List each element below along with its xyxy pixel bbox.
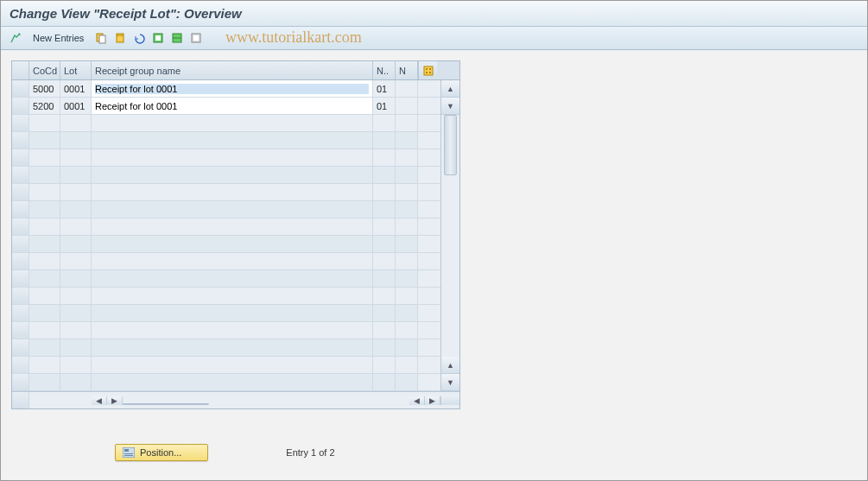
cell-lot[interactable] — [60, 149, 92, 166]
row-selector[interactable] — [12, 305, 29, 321]
row-selector[interactable] — [12, 149, 29, 166]
cell-lot[interactable] — [60, 305, 92, 321]
row-selector[interactable] — [12, 374, 29, 390]
cell-n2[interactable] — [396, 270, 418, 287]
row-selector[interactable] — [12, 288, 29, 304]
row-selector[interactable] — [12, 115, 29, 131]
cell-n2[interactable] — [396, 132, 418, 149]
row-selector[interactable] — [12, 201, 29, 218]
cell-cocd[interactable] — [29, 149, 60, 166]
row-selector[interactable] — [12, 132, 29, 149]
cell-n2[interactable] — [396, 184, 418, 200]
cell-cocd[interactable] — [29, 357, 60, 373]
cell-n1[interactable] — [373, 253, 396, 269]
cell-cocd[interactable] — [29, 236, 60, 252]
cell-n1[interactable] — [373, 270, 396, 287]
cell-n1[interactable] — [373, 149, 396, 166]
cell-cocd[interactable] — [29, 374, 60, 390]
header-n2[interactable]: N — [396, 61, 418, 79]
deselect-all-icon[interactable] — [188, 30, 204, 46]
cell-n2[interactable] — [396, 357, 418, 373]
cell-cocd[interactable] — [29, 218, 60, 235]
cell-cocd[interactable] — [29, 201, 60, 218]
undo-change-icon[interactable] — [131, 30, 147, 46]
cell-n2[interactable] — [396, 98, 418, 114]
select-block-icon[interactable] — [169, 30, 185, 46]
scroll-up-icon-2[interactable]: ▼ — [441, 98, 459, 115]
cell-lot[interactable] — [60, 201, 92, 218]
hscroll-left2-icon[interactable]: ▶ — [107, 396, 123, 405]
header-group-name[interactable]: Receipt group name — [92, 61, 373, 79]
cell-n2[interactable] — [396, 115, 418, 131]
cell-group-name[interactable] — [92, 374, 373, 390]
cell-lot[interactable] — [60, 236, 92, 252]
cell-n2[interactable] — [396, 374, 418, 390]
cell-cocd[interactable] — [29, 184, 60, 200]
group-name-input[interactable] — [95, 84, 369, 94]
cell-group-name[interactable] — [92, 167, 373, 183]
cell-lot[interactable] — [60, 374, 92, 390]
cell-n1[interactable] — [373, 115, 396, 131]
cell-lot[interactable] — [60, 339, 92, 356]
hscroll-right-icon[interactable]: ◀ — [409, 396, 425, 405]
grid-settings-icon[interactable] — [418, 61, 437, 79]
scroll-up-icon[interactable]: ▲ — [441, 80, 459, 98]
cell-group-name[interactable] — [92, 322, 373, 339]
cell-n1[interactable] — [373, 218, 396, 235]
delete-icon[interactable] — [112, 30, 128, 46]
cell-cocd[interactable] — [29, 253, 60, 269]
cell-cocd[interactable] — [29, 115, 60, 131]
hscroll-left-icon[interactable]: ◀ — [92, 396, 107, 405]
cell-lot[interactable] — [60, 115, 92, 131]
hscroll-thumb[interactable] — [123, 403, 209, 405]
vertical-scrollbar[interactable]: ▲ ▼ ▲ ▼ — [440, 80, 459, 391]
cell-group-name[interactable] — [92, 270, 373, 287]
cell-cocd[interactable]: 5200 — [29, 98, 60, 114]
cell-group-name[interactable] — [92, 253, 373, 269]
cell-n2[interactable] — [396, 201, 418, 218]
vscroll-thumb[interactable] — [444, 115, 457, 175]
cell-cocd[interactable]: 5000 — [29, 80, 60, 97]
cell-lot[interactable] — [60, 184, 92, 200]
cell-lot[interactable]: 0001 — [60, 98, 92, 114]
cell-n1[interactable] — [373, 322, 396, 339]
cell-cocd[interactable] — [29, 167, 60, 183]
cell-group-name[interactable] — [92, 80, 373, 97]
cell-group-name[interactable] — [92, 98, 373, 114]
cell-group-name[interactable] — [92, 132, 373, 149]
row-selector[interactable] — [12, 339, 29, 356]
cell-n1[interactable] — [373, 374, 396, 390]
cell-cocd[interactable] — [29, 339, 60, 356]
cell-group-name[interactable] — [92, 218, 373, 235]
vscroll-track[interactable] — [441, 115, 459, 357]
cell-lot[interactable] — [60, 253, 92, 269]
cell-group-name[interactable] — [92, 149, 373, 166]
row-selector[interactable] — [12, 80, 29, 97]
cell-cocd[interactable] — [29, 270, 60, 287]
cell-n2[interactable] — [396, 218, 418, 235]
cell-n2[interactable] — [396, 305, 418, 321]
cell-lot[interactable]: 0001 — [60, 80, 92, 97]
cell-group-name[interactable] — [92, 339, 373, 356]
cell-n1[interactable] — [373, 184, 396, 200]
cell-group-name[interactable] — [92, 357, 373, 373]
cell-cocd[interactable] — [29, 288, 60, 304]
row-selector[interactable] — [12, 322, 29, 339]
select-all-icon[interactable] — [150, 30, 166, 46]
cell-n1[interactable] — [373, 236, 396, 252]
row-selector[interactable] — [12, 98, 29, 114]
cell-lot[interactable] — [60, 167, 92, 183]
scroll-down-icon-2[interactable]: ▼ — [441, 374, 459, 391]
row-selector[interactable] — [12, 184, 29, 200]
row-selector[interactable] — [12, 253, 29, 269]
new-entries-button[interactable]: New Entries — [27, 30, 90, 46]
cell-group-name[interactable] — [92, 184, 373, 200]
cell-group-name[interactable] — [92, 201, 373, 218]
cell-group-name[interactable] — [92, 236, 373, 252]
row-selector[interactable] — [12, 357, 29, 373]
hscroll-right2-icon[interactable]: ▶ — [425, 396, 440, 405]
scroll-down-icon[interactable]: ▲ — [441, 357, 459, 374]
cell-n1[interactable] — [373, 167, 396, 183]
cell-n2[interactable] — [396, 339, 418, 356]
cell-lot[interactable] — [60, 218, 92, 235]
